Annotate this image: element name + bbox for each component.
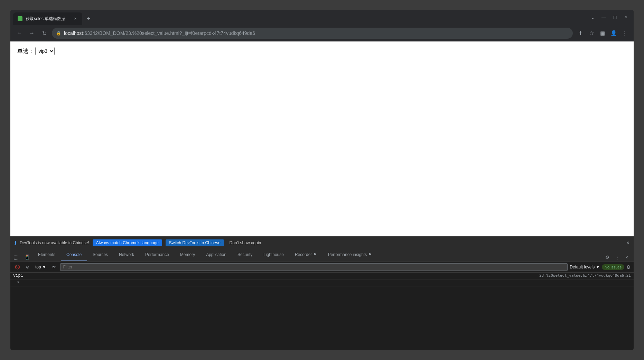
console-source: 23.%20select_value.h…47t74vudkq649da6:21 — [539, 273, 631, 278]
minimize-button[interactable]: — — [599, 12, 609, 22]
tab-performance[interactable]: Performance — [140, 249, 175, 261]
browser-window: 获取select单选框数据 × + ⌄ — □ × ← → ↻ 🔒 localh… — [10, 10, 634, 350]
vip-select[interactable]: vip1 vip2 vip3 vip4 — [35, 47, 55, 55]
inspect-element-button[interactable]: ⬚ — [10, 253, 21, 261]
devtools-tab-actions: ⚙ ⋮ × — [600, 253, 634, 261]
levels-dropdown-icon: ▼ — [596, 265, 600, 269]
tab-network[interactable]: Network — [113, 249, 140, 261]
switch-devtools-chinese-button[interactable]: Switch DevTools to Chinese — [166, 239, 224, 246]
banner-close-button[interactable]: × — [626, 240, 629, 246]
tab-bar: 获取select单选框数据 × + ⌄ — □ × — [10, 10, 634, 25]
url-host: localhost — [64, 30, 83, 36]
issues-settings-button[interactable]: ⚙ — [626, 264, 631, 270]
console-filter-input[interactable] — [60, 263, 568, 271]
share-button[interactable]: ⬆ — [576, 28, 585, 38]
console-output: vip1 23.%20select_value.h…47t74vudkq649d… — [10, 273, 634, 350]
reload-button[interactable]: ↻ — [39, 28, 49, 38]
tab-application[interactable]: Application — [200, 249, 232, 261]
console-value: vip1 — [13, 273, 539, 278]
filter-toggle-button[interactable]: ⊘ — [24, 263, 32, 271]
tab-title: 获取select单选框数据 — [26, 16, 70, 22]
address-actions: ⬆ ☆ ▣ 👤 ⋮ — [576, 28, 629, 38]
tab-security[interactable]: Security — [232, 249, 258, 261]
banner-info-icon: ℹ — [15, 240, 16, 246]
banner-text: DevTools is now available in Chinese! — [20, 240, 89, 245]
language-banner: ℹ DevTools is now available in Chinese! … — [10, 237, 634, 249]
favicon-icon — [18, 16, 22, 21]
context-value: top — [35, 265, 41, 269]
tab-lighthouse[interactable]: Lighthouse — [258, 249, 289, 261]
devtools-settings-button[interactable]: ⚙ — [603, 253, 612, 261]
clear-console-button[interactable]: 🚫 — [13, 263, 21, 271]
tab-sources[interactable]: Sources — [87, 249, 113, 261]
security-icon: 🔒 — [56, 31, 61, 36]
devtools-more-button[interactable]: ⋮ — [613, 253, 621, 261]
default-levels-dropdown[interactable]: Default levels ▼ — [570, 265, 600, 269]
tab-performance-insights[interactable]: Performance insights ⚑ — [323, 249, 377, 261]
maximize-button[interactable]: □ — [610, 12, 620, 22]
new-tab-button[interactable]: + — [84, 14, 93, 23]
default-levels-label: Default levels — [570, 265, 595, 269]
select-label: 单选： — [17, 48, 34, 54]
tab-recorder[interactable]: Recorder ⚑ — [289, 249, 323, 261]
tab-elements[interactable]: Elements — [32, 249, 61, 261]
profile-button[interactable]: 👤 — [609, 28, 618, 38]
device-toolbar-button[interactable]: 📱 — [21, 253, 32, 261]
menu-button[interactable]: ⋮ — [620, 28, 629, 38]
devtools-panel: ℹ DevTools is now available in Chinese! … — [10, 236, 634, 350]
always-match-language-button[interactable]: Always match Chrome's language — [93, 239, 162, 246]
context-dropdown-icon: ▼ — [42, 265, 46, 269]
close-button[interactable]: × — [621, 12, 631, 22]
console-toolbar: 🚫 ⊘ top ▼ 👁 Default levels ▼ No Issues ⚙ — [10, 262, 634, 273]
console-row: vip1 23.%20select_value.h…47t74vudkq649d… — [10, 273, 634, 280]
url-display: localhost:63342/BOM_DOM/23.%20select_val… — [64, 30, 569, 36]
tab-search-button[interactable]: ⌄ — [588, 12, 598, 22]
tab-console[interactable]: Console — [61, 249, 87, 261]
bookmark-button[interactable]: ☆ — [587, 28, 596, 38]
devtools-tabs: ⬚ 📱 Elements Console Sources Network Per… — [10, 249, 634, 262]
no-issues-button[interactable]: No Issues — [602, 264, 624, 270]
url-path: :63342/BOM_DOM/23.%20select_value.html?_… — [83, 30, 255, 36]
omnibox[interactable]: 🔒 localhost:63342/BOM_DOM/23.%20select_v… — [52, 28, 573, 39]
browser-tab[interactable]: 获取select单选框数据 × — [13, 12, 82, 25]
tab-memory[interactable]: Memory — [175, 249, 200, 261]
page-content: 单选： vip1 vip2 vip3 vip4 — [10, 41, 634, 236]
split-view-button[interactable]: ▣ — [598, 28, 607, 38]
expand-arrow[interactable]: > — [17, 280, 19, 284]
tab-close-button[interactable]: × — [73, 16, 78, 21]
page-body: 单选： vip1 vip2 vip3 vip4 — [10, 41, 634, 61]
window-controls: ⌄ — □ × — [588, 12, 631, 22]
devtools-close-button[interactable]: × — [623, 253, 631, 261]
forward-button[interactable]: → — [27, 28, 37, 38]
back-button[interactable]: ← — [15, 28, 24, 38]
dont-show-again-button[interactable]: Don't show again — [227, 239, 263, 246]
eye-icon-button[interactable]: 👁 — [50, 263, 58, 271]
console-expand-row[interactable]: > — [10, 280, 634, 286]
context-selector[interactable]: top ▼ — [34, 264, 48, 270]
address-bar: ← → ↻ 🔒 localhost:63342/BOM_DOM/23.%20se… — [10, 25, 634, 41]
tab-favicon — [17, 16, 23, 21]
